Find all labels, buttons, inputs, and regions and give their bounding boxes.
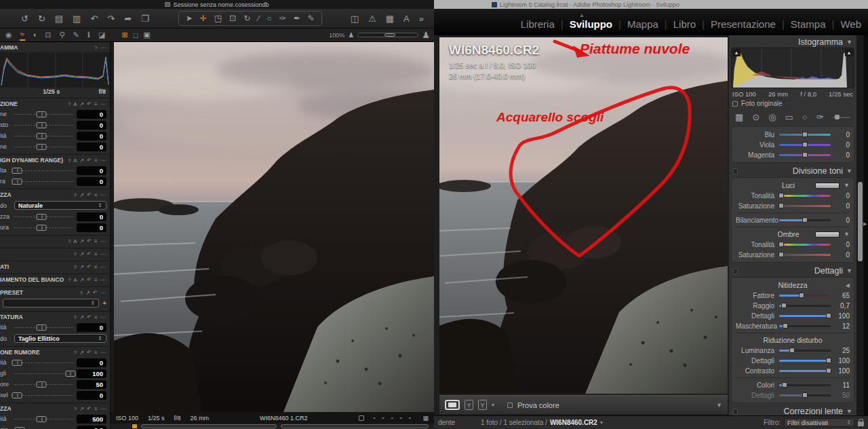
single-view-icon[interactable]: □ <box>134 31 138 39</box>
slider-value[interactable]: 50 <box>831 392 850 399</box>
section-header-icons[interactable]: ? ↗ ↶ ≡ ⋯ <box>74 192 106 198</box>
slider[interactable] <box>779 394 831 396</box>
swatch-collapse-icon[interactable]: ▼ <box>844 231 850 238</box>
slider[interactable] <box>14 392 73 399</box>
panel-collapse-icon[interactable]: ▼ <box>846 39 852 45</box>
slider-handle[interactable] <box>802 132 808 137</box>
panel-collapse-icon[interactable]: ▼ <box>846 408 852 415</box>
split-toning-header[interactable]: Divisione toni ▼ <box>731 166 854 176</box>
slider[interactable] <box>779 144 831 146</box>
slider[interactable] <box>14 224 73 231</box>
preview-toggle-icon[interactable]: ◀ <box>846 282 850 288</box>
slider[interactable] <box>779 254 831 256</box>
slider-handle[interactable] <box>826 358 831 363</box>
graduated-filter-icon[interactable]: ▭ <box>785 112 793 122</box>
slider-value[interactable]: 100 <box>77 369 106 378</box>
slider-handle[interactable] <box>799 293 804 298</box>
slider[interactable] <box>14 381 73 388</box>
slider-value[interactable]: 0 <box>77 358 106 367</box>
redo-icon[interactable]: ↷ <box>107 14 115 23</box>
crop-tool-icon[interactable]: ⊡ <box>229 14 236 22</box>
after-icon[interactable]: Y <box>478 400 487 410</box>
swatch-collapse-icon[interactable]: ▼ <box>844 182 850 189</box>
highlight-clipping-icon[interactable]: ▲ <box>845 49 853 56</box>
zoom-in-icon[interactable]: ♟ <box>422 30 430 40</box>
slider-value[interactable]: 0 <box>77 121 106 130</box>
tab-lens-icon[interactable]: ◖ <box>32 31 38 40</box>
slider[interactable] <box>14 370 73 377</box>
slider[interactable] <box>779 325 831 327</box>
brush-size-slider[interactable] <box>833 117 850 118</box>
loupe-view-icon[interactable] <box>445 400 460 410</box>
panel-scrollbar-thumb[interactable] <box>858 182 863 261</box>
slider-value[interactable]: 0 <box>77 391 106 400</box>
undo-icon[interactable]: ↶ <box>90 14 98 23</box>
red-eye-icon[interactable]: ◎ <box>768 112 776 122</box>
slider-value[interactable]: 0 <box>77 166 106 175</box>
slider[interactable] <box>14 132 73 140</box>
slider-handle[interactable] <box>782 382 787 388</box>
slider-handle[interactable] <box>14 427 24 429</box>
slider[interactable] <box>14 143 73 151</box>
preset-select[interactable]: ⇕ <box>3 299 99 307</box>
slider-value[interactable]: 0 <box>77 212 106 221</box>
adjustment-brush-icon[interactable]: ✑ <box>816 112 824 122</box>
section-header-icons[interactable]: ? ↗ ↶ ≡ ⋯ <box>74 251 106 257</box>
lr-histogram[interactable]: ▲ ▲ <box>731 48 854 88</box>
slider-value[interactable]: 0 <box>831 192 850 200</box>
draw-tool-icon[interactable]: ✎ <box>308 14 315 22</box>
slider-value[interactable]: 0 <box>831 217 850 224</box>
slider[interactable] <box>779 384 831 386</box>
original-photo-checkbox[interactable] <box>732 101 738 107</box>
search-field[interactable] <box>141 424 277 428</box>
slider-handle[interactable] <box>778 193 784 198</box>
sort-field[interactable] <box>281 424 429 428</box>
levels-view-icon[interactable]: ◫ <box>351 14 359 23</box>
slider-handle[interactable] <box>12 168 22 174</box>
slider[interactable] <box>779 244 831 246</box>
slider-handle[interactable] <box>12 392 22 398</box>
slider-value[interactable]: 100 <box>831 312 850 320</box>
top-panel-collapse-icon[interactable]: ▲ <box>579 12 585 18</box>
slider[interactable] <box>779 360 831 362</box>
section-header-icons[interactable]: ? ↗ ↶ ≡ ⋯ <box>74 264 106 270</box>
web[interactable]: Web <box>840 18 861 30</box>
slider-handle[interactable] <box>778 242 784 247</box>
slider-handle[interactable] <box>802 152 808 157</box>
slider-value[interactable]: 11 <box>831 381 850 389</box>
slider-handle[interactable] <box>37 225 47 231</box>
slider-handle[interactable] <box>778 203 784 208</box>
section-header-icons[interactable]: ? ⋯ <box>94 45 106 51</box>
vignette-method-select[interactable]: Taglio Ellittico⇕ <box>14 334 106 343</box>
pan-tool-icon[interactable]: ✛ <box>200 14 207 22</box>
slider-handle[interactable] <box>789 348 795 353</box>
slider-value[interactable]: 0 <box>831 251 850 259</box>
grid-overlay-icon[interactable]: ▦ <box>386 14 394 23</box>
slider-value[interactable]: 0 <box>831 241 850 248</box>
grid-view-icon[interactable]: ⊞ <box>121 31 127 39</box>
select-tool-icon[interactable]: ➤ <box>186 14 193 22</box>
section-header-icons[interactable]: ? ↗ ↶ ≡ ⋯ <box>74 314 106 320</box>
slider-handle[interactable] <box>37 324 47 331</box>
slider[interactable] <box>14 359 73 367</box>
slider[interactable] <box>14 178 73 185</box>
stampa[interactable]: Stampa <box>791 18 835 30</box>
slider-handle[interactable] <box>802 142 808 147</box>
slider-value[interactable]: 100 <box>831 357 850 365</box>
slider-handle[interactable] <box>37 381 47 388</box>
slider[interactable] <box>14 167 73 174</box>
slider-value[interactable]: 0 <box>77 223 106 232</box>
slider-value[interactable]: 0,7 <box>831 302 850 310</box>
section-header-icons[interactable]: ? A ↗ ↶ ≡ ⋯ <box>68 157 106 164</box>
slider[interactable] <box>14 426 73 429</box>
lr-photo[interactable] <box>439 37 728 394</box>
slider-value[interactable]: 0 <box>77 143 106 151</box>
section-header-icons[interactable]: ? ↗ ↶ ≡ ⋯ <box>74 406 106 412</box>
slider[interactable] <box>14 415 73 423</box>
filter-icon[interactable] <box>132 424 137 428</box>
slider-handle[interactable] <box>12 360 22 366</box>
slider-value[interactable]: 0 <box>77 323 106 332</box>
slider-value[interactable]: 65 <box>831 292 850 299</box>
crop-tool-icon[interactable]: ▦ <box>735 112 743 122</box>
right-panel-collapse-icon[interactable]: ▶ <box>863 221 867 227</box>
